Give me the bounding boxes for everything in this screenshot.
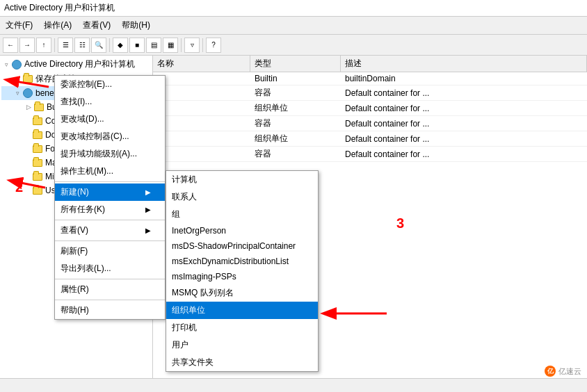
com-icon bbox=[32, 115, 43, 126]
list-row[interactable]: Builtin builtinDomain bbox=[153, 72, 587, 85]
sub-user[interactable]: 用户 bbox=[166, 336, 318, 354]
sub-printer[interactable]: 打印机 bbox=[166, 319, 318, 336]
expand-benet[interactable]: ▿ bbox=[14, 90, 21, 97]
toolbar-btn-1[interactable]: ☰ bbox=[58, 38, 73, 53]
ctx-properties[interactable]: 属性(R) bbox=[55, 281, 165, 298]
dom-icon bbox=[32, 129, 43, 140]
list-row[interactable]: 组织单位 Default container for ... bbox=[153, 131, 587, 147]
ctx-sep-4 bbox=[55, 279, 165, 279]
saved-queries-icon bbox=[22, 74, 33, 85]
tree-header[interactable]: ▿ Active Directory 用户和计算机 bbox=[1, 57, 151, 72]
sub-group[interactable]: 组 bbox=[166, 206, 318, 223]
cell-name-3 bbox=[153, 122, 250, 125]
watermark-text: 亿速云 bbox=[558, 366, 581, 377]
toolbar-btn-up[interactable]: ↑ bbox=[36, 38, 51, 53]
builtin-icon bbox=[33, 101, 45, 113]
toolbar: ← → ↑ ☰ ☷ 🔍 ◆ ■ ▤ ▦ ▿ ? bbox=[0, 35, 587, 56]
list-row[interactable]: 容器 Default container for ... bbox=[153, 116, 587, 131]
menu-action[interactable]: 操作(A) bbox=[41, 18, 74, 33]
status-bar bbox=[0, 378, 587, 392]
toolbar-btn-back[interactable]: ← bbox=[3, 38, 18, 53]
ctx-change-domain[interactable]: 更改域(D)... bbox=[55, 111, 165, 128]
cell-name-2 bbox=[153, 107, 250, 110]
sub-ou[interactable]: 组织单位 bbox=[166, 302, 318, 319]
sub-msimaging[interactable]: msImaging-PSPs bbox=[166, 269, 318, 284]
sub-contact[interactable]: 联系人 bbox=[166, 188, 318, 206]
ctx-raise-level[interactable]: 提升域功能级别(A)... bbox=[55, 145, 165, 163]
cell-desc-2: Default container for ... bbox=[341, 102, 587, 115]
ctx-export[interactable]: 导出列表(L)... bbox=[55, 260, 165, 277]
toolbar-btn-3[interactable]: 🔍 bbox=[91, 38, 106, 53]
ctx-all-tasks[interactable]: 所有任务(K) ▶ bbox=[55, 201, 165, 218]
submenu-arrow-new: ▶ bbox=[145, 188, 151, 196]
sub-shared-folder[interactable]: 共享文件夹 bbox=[166, 354, 318, 371]
menu-help[interactable]: 帮助(H) bbox=[119, 18, 153, 33]
ctx-refresh[interactable]: 刷新(F) bbox=[55, 243, 165, 260]
ctx-change-dc[interactable]: 更改域控制器(C)... bbox=[55, 128, 165, 145]
cell-type-1: 容器 bbox=[250, 85, 341, 100]
sub-msdsshadow[interactable]: msDS-ShadowPrincipalContainer bbox=[166, 238, 318, 254]
toolbar-btn-forward[interactable]: → bbox=[19, 38, 35, 53]
cell-name-1 bbox=[153, 92, 250, 95]
toolbar-sep-1 bbox=[54, 38, 55, 52]
submenu-arrow-tasks: ▶ bbox=[145, 206, 151, 213]
title-bar: Active Directory 用户和计算机 bbox=[0, 0, 587, 17]
menu-bar: 文件(F) 操作(A) 查看(V) 帮助(H) bbox=[0, 17, 587, 35]
list-header: 名称 类型 描述 bbox=[153, 56, 587, 72]
list-row[interactable]: 容器 Default container for ... bbox=[153, 147, 587, 162]
toolbar-btn-help[interactable]: ? bbox=[206, 38, 221, 53]
cell-type-4: 组织单位 bbox=[250, 131, 341, 146]
ctx-sep-5 bbox=[55, 300, 165, 300]
toolbar-btn-4[interactable]: ◆ bbox=[113, 38, 128, 53]
cell-desc-0: builtinDomain bbox=[341, 72, 587, 85]
ctx-sep-2 bbox=[55, 220, 165, 220]
root-icon bbox=[11, 59, 22, 70]
ctx-sep-3 bbox=[55, 240, 165, 241]
micr-icon bbox=[32, 171, 43, 182]
sub-computer[interactable]: 计算机 bbox=[166, 171, 318, 188]
ctx-help[interactable]: 帮助(H) bbox=[55, 302, 165, 319]
list-row[interactable]: 组织单位 Default container for ... bbox=[153, 101, 587, 116]
fore-icon bbox=[32, 143, 43, 154]
expand-root[interactable]: ▿ bbox=[3, 61, 10, 68]
toolbar-btn-2[interactable]: ☷ bbox=[74, 38, 90, 53]
user-icon bbox=[32, 185, 43, 196]
cell-type-5: 容器 bbox=[250, 147, 341, 161]
toolbar-btn-7[interactable]: ▦ bbox=[163, 38, 178, 53]
ctx-ops-master[interactable]: 操作主机(M)... bbox=[55, 163, 165, 180]
cell-type-2: 组织单位 bbox=[250, 101, 341, 115]
context-menu-benet: 委派控制(E)... 查找(I)... 更改域(D)... 更改域控制器(C).… bbox=[54, 75, 166, 320]
cell-desc-4: Default container for ... bbox=[341, 133, 587, 145]
toolbar-btn-5[interactable]: ■ bbox=[129, 38, 145, 53]
toolbar-btn-6[interactable]: ▤ bbox=[146, 38, 161, 53]
ctx-delegate[interactable]: 委派控制(E)... bbox=[55, 76, 165, 93]
cell-name-0 bbox=[153, 77, 250, 80]
watermark: 亿 亿速云 bbox=[545, 366, 581, 377]
submenu-arrow-view: ▶ bbox=[145, 227, 151, 234]
ctx-new-label: 新建(N) bbox=[61, 186, 89, 198]
window-title: Active Directory 用户和计算机 bbox=[4, 3, 115, 13]
expand-builtin[interactable]: ▷ bbox=[25, 104, 32, 111]
ctx-find[interactable]: 查找(I)... bbox=[55, 93, 165, 111]
col-header-name[interactable]: 名称 bbox=[153, 56, 250, 72]
toolbar-btn-filter[interactable]: ▿ bbox=[184, 38, 200, 53]
ctx-all-tasks-label: 所有任务(K) bbox=[61, 204, 105, 215]
sub-msexch[interactable]: msExchDynamicDistributionList bbox=[166, 254, 318, 269]
cell-name-5 bbox=[153, 153, 250, 156]
menu-view[interactable]: 查看(V) bbox=[80, 18, 113, 33]
sub-msmq[interactable]: MSMQ 队列别名 bbox=[166, 284, 318, 302]
tree-header-label: Active Directory 用户和计算机 bbox=[24, 58, 135, 70]
cell-name-4 bbox=[153, 138, 250, 140]
cell-desc-3: Default container for ... bbox=[341, 117, 587, 130]
sub-inetorgperson[interactable]: InetOrgPerson bbox=[166, 223, 318, 238]
col-header-type[interactable]: 类型 bbox=[250, 56, 341, 72]
ctx-view[interactable]: 查看(V) ▶ bbox=[55, 222, 165, 239]
col-header-desc[interactable]: 描述 bbox=[341, 56, 587, 72]
cell-type-0: Builtin bbox=[250, 72, 341, 85]
submenu-xinjian: 计算机 联系人 组 InetOrgPerson msDS-ShadowPrinc… bbox=[166, 170, 319, 372]
list-row[interactable]: 容器 Default container for ... bbox=[153, 85, 587, 101]
cell-desc-1: Default container for ... bbox=[341, 87, 587, 99]
menu-file[interactable]: 文件(F) bbox=[3, 18, 35, 33]
ctx-new[interactable]: 新建(N) ▶ bbox=[55, 183, 165, 201]
expand-saved[interactable]: ▷ bbox=[14, 76, 21, 83]
